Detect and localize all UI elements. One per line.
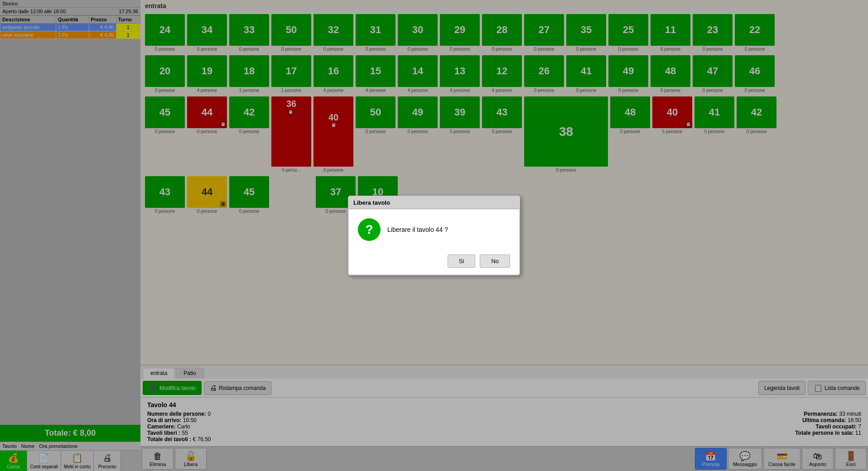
dialog-title: Libera tavolo	[353, 199, 390, 206]
dialog-buttons: Si No	[349, 250, 519, 274]
dialog-content: ? Liberare il tavolo 44 ?	[349, 209, 519, 250]
dialog-no-button[interactable]: No	[480, 255, 510, 268]
dialog-title-bar: Libera tavolo	[349, 197, 519, 209]
dialog-overlay: Libera tavolo ? Liberare il tavolo 44 ? …	[0, 0, 868, 471]
dialog-si-button[interactable]: Si	[448, 255, 476, 268]
dialog-message: Liberare il tavolo 44 ?	[387, 226, 448, 233]
question-icon: ?	[358, 218, 381, 241]
dialog: Libera tavolo ? Liberare il tavolo 44 ? …	[348, 196, 520, 275]
